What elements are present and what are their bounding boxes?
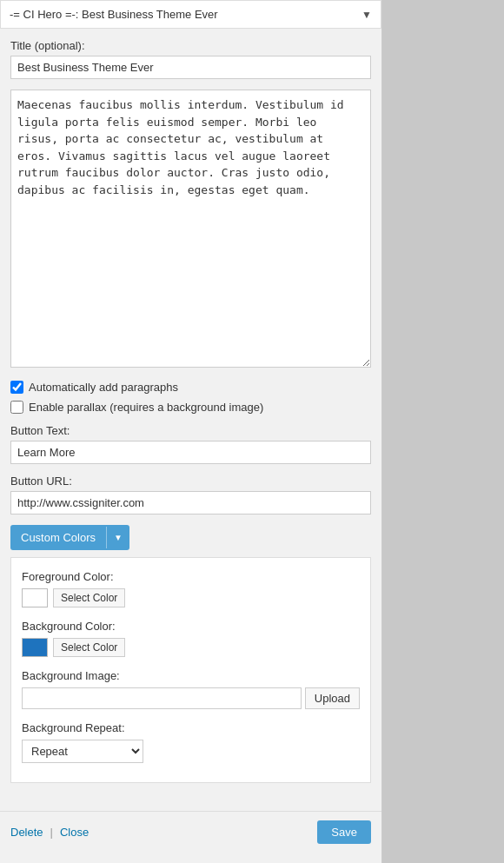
- parallax-row: Enable parallax (requires a background i…: [10, 401, 371, 414]
- auto-paragraphs-checkbox[interactable]: [10, 381, 23, 394]
- footer-divider: |: [50, 826, 53, 839]
- title-input[interactable]: [10, 56, 371, 79]
- delete-link[interactable]: Delete: [10, 826, 43, 839]
- background-image-input-row: Upload: [22, 687, 360, 709]
- auto-paragraphs-label: Automatically add paragraphs: [29, 381, 178, 394]
- custom-colors-arrow-icon: ▼: [106, 527, 129, 548]
- footer-links: Delete | Close: [10, 826, 89, 839]
- panel-header-title: -= CI Hero =-: Best Business Theme Ever: [10, 8, 218, 21]
- panel-header-title-text: Best Business Theme Ever: [82, 8, 218, 21]
- background-image-label: Background Image:: [22, 669, 360, 682]
- chevron-down-icon[interactable]: ▼: [361, 9, 372, 21]
- save-button[interactable]: Save: [317, 820, 371, 844]
- background-color-selector: Select Color: [22, 638, 360, 657]
- button-text-label: Button Text:: [10, 424, 371, 437]
- title-label: Title (optional):: [10, 39, 371, 52]
- enable-parallax-label: Enable parallax (requires a background i…: [29, 401, 263, 414]
- button-url-label: Button URL:: [10, 475, 371, 488]
- background-repeat-select[interactable]: Repeat No Repeat Repeat-X Repeat-Y: [22, 740, 143, 763]
- panel-header-prefix: -= CI Hero =-:: [10, 8, 78, 21]
- colors-panel: Foreground Color: Select Color Backgroun…: [10, 557, 371, 783]
- custom-colors-button[interactable]: Custom Colors ▼: [10, 525, 129, 550]
- background-image-row: Background Image: Upload: [22, 669, 360, 709]
- button-text-field-group: Button Text:: [10, 424, 371, 464]
- foreground-color-selector: Select Color: [22, 588, 360, 607]
- background-color-row: Background Color: Select Color: [22, 620, 360, 657]
- background-repeat-label: Background Repeat:: [22, 721, 360, 734]
- background-color-label: Background Color:: [22, 620, 360, 633]
- panel-header: -= CI Hero =-: Best Business Theme Ever …: [0, 0, 381, 29]
- background-repeat-row: Background Repeat: Repeat No Repeat Repe…: [22, 721, 360, 763]
- button-url-field-group: Button URL:: [10, 475, 371, 514]
- background-select-color-button[interactable]: Select Color: [53, 638, 125, 657]
- button-text-input[interactable]: [10, 441, 371, 464]
- upload-button[interactable]: Upload: [305, 687, 360, 709]
- panel-body: Title (optional): Automatically add para…: [0, 29, 381, 804]
- foreground-color-row: Foreground Color: Select Color: [22, 570, 360, 607]
- panel-footer: Delete | Close Save: [0, 811, 381, 853]
- panel: -= CI Hero =-: Best Business Theme Ever …: [0, 0, 382, 863]
- close-link[interactable]: Close: [60, 826, 89, 839]
- title-field-group: Title (optional):: [10, 39, 371, 79]
- background-image-input[interactable]: [22, 687, 302, 709]
- content-field-group: [10, 90, 371, 370]
- button-url-input[interactable]: [10, 491, 371, 514]
- background-color-swatch[interactable]: [22, 638, 48, 657]
- enable-parallax-checkbox[interactable]: [10, 401, 23, 414]
- auto-paragraphs-row: Automatically add paragraphs: [10, 381, 371, 394]
- foreground-color-label: Foreground Color:: [22, 570, 360, 583]
- custom-colors-label: Custom Colors: [10, 525, 106, 550]
- foreground-color-swatch[interactable]: [22, 588, 48, 607]
- foreground-select-color-button[interactable]: Select Color: [53, 588, 125, 607]
- content-textarea[interactable]: [10, 90, 371, 368]
